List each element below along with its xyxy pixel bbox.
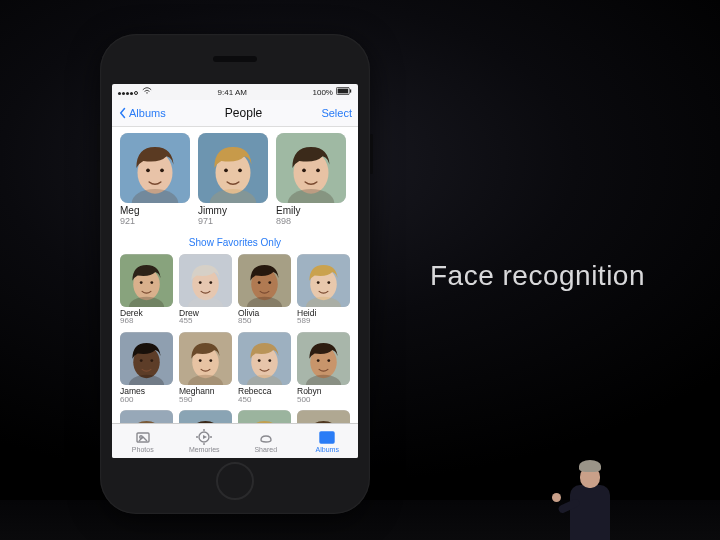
svg-point-5 xyxy=(146,168,150,172)
person-thumbnail xyxy=(238,410,291,423)
person-thumbnail xyxy=(120,332,173,385)
person-cell[interactable]: James 600 xyxy=(120,332,173,404)
svg-point-55 xyxy=(317,359,320,362)
svg-point-20 xyxy=(140,281,143,284)
svg-rect-1 xyxy=(338,89,348,94)
tab-label: Photos xyxy=(132,446,154,453)
person-thumbnail xyxy=(120,254,173,307)
person-count: 500 xyxy=(297,396,350,405)
slide-title: Face recognition xyxy=(430,260,645,292)
person-cell[interactable]: Rebecca 450 xyxy=(238,332,291,404)
person-cell[interactable] xyxy=(179,410,232,423)
back-button[interactable]: Albums xyxy=(118,107,166,119)
person-cell[interactable] xyxy=(120,410,173,423)
show-favorites-link[interactable]: Show Favorites Only xyxy=(120,237,350,248)
people-scroll-view[interactable]: Meg 921 Jimmy 971 Emily 898 Show Favorit… xyxy=(112,127,358,423)
svg-point-40 xyxy=(140,359,143,362)
svg-rect-82 xyxy=(320,432,334,443)
person-thumbnail xyxy=(120,133,190,203)
person-cell[interactable] xyxy=(238,410,291,423)
svg-point-50 xyxy=(258,359,261,362)
tab-bar: Photos Memories Shared Albums xyxy=(112,423,358,458)
svg-point-36 xyxy=(327,281,330,284)
navigation-bar: Albums People Select xyxy=(112,100,358,127)
albums-icon xyxy=(319,429,335,445)
svg-marker-81 xyxy=(203,435,207,439)
select-button[interactable]: Select xyxy=(321,107,352,119)
person-cell[interactable]: Meghann 590 xyxy=(179,332,232,404)
person-count: 850 xyxy=(238,317,291,326)
person-thumbnail xyxy=(297,410,350,423)
person-count: 589 xyxy=(297,317,350,326)
person-count: 971 xyxy=(198,216,268,227)
svg-point-45 xyxy=(199,359,202,362)
tab-label: Memories xyxy=(189,446,220,453)
svg-point-41 xyxy=(150,359,153,362)
svg-point-21 xyxy=(150,281,153,284)
person-name: Jimmy xyxy=(198,206,268,216)
person-count: 898 xyxy=(276,216,346,227)
tab-albums[interactable]: Albums xyxy=(297,429,359,453)
person-thumbnail xyxy=(276,133,346,203)
phone-top xyxy=(100,34,370,84)
favorite-person[interactable]: Jimmy 971 xyxy=(198,133,268,227)
svg-point-51 xyxy=(268,359,271,362)
svg-point-46 xyxy=(209,359,212,362)
home-button[interactable] xyxy=(216,462,254,500)
tab-memories[interactable]: Memories xyxy=(174,429,236,453)
person-count: 450 xyxy=(238,396,291,405)
person-count: 600 xyxy=(120,396,173,405)
svg-point-26 xyxy=(209,281,212,284)
status-time: 9:41 AM xyxy=(218,88,247,97)
person-cell[interactable]: Robyn 500 xyxy=(297,332,350,404)
person-count: 921 xyxy=(120,216,190,227)
photos-icon xyxy=(135,429,151,445)
person-name: Meg xyxy=(120,206,190,216)
svg-point-56 xyxy=(327,359,330,362)
person-thumbnail xyxy=(297,332,350,385)
iphone-device: 9:41 AM 100% Albums People Select xyxy=(100,34,370,514)
person-thumbnail xyxy=(120,410,173,423)
person-cell[interactable]: Olivia 850 xyxy=(238,254,291,326)
tab-photos[interactable]: Photos xyxy=(112,429,174,453)
svg-point-6 xyxy=(160,168,164,172)
svg-point-11 xyxy=(238,168,242,172)
person-thumbnail xyxy=(179,410,232,423)
person-cell[interactable]: Derek 968 xyxy=(120,254,173,326)
favorite-person[interactable]: Meg 921 xyxy=(120,133,190,227)
svg-point-35 xyxy=(317,281,320,284)
people-grid: Derek 968 Drew 455 Olivia 850 Heidi 589 xyxy=(120,254,350,405)
svg-point-15 xyxy=(302,168,306,172)
person-cell[interactable] xyxy=(297,410,350,423)
person-thumbnail xyxy=(179,254,232,307)
svg-point-30 xyxy=(258,281,261,284)
tab-label: Albums xyxy=(316,446,339,453)
signal-strength-icon xyxy=(118,88,139,97)
memories-icon xyxy=(196,429,212,445)
favorite-person[interactable]: Emily 898 xyxy=(276,133,346,227)
svg-point-10 xyxy=(224,168,228,172)
tab-shared[interactable]: Shared xyxy=(235,429,297,453)
battery-percent: 100% xyxy=(313,88,333,97)
svg-point-16 xyxy=(316,168,320,172)
person-cell[interactable]: Heidi 589 xyxy=(297,254,350,326)
person-cell[interactable]: Drew 455 xyxy=(179,254,232,326)
person-count: 968 xyxy=(120,317,173,326)
person-thumbnail xyxy=(238,332,291,385)
person-count: 590 xyxy=(179,396,232,405)
phone-screen: 9:41 AM 100% Albums People Select xyxy=(112,84,358,458)
page-title: People xyxy=(225,106,262,120)
shared-icon xyxy=(258,429,274,445)
person-name: Emily xyxy=(276,206,346,216)
speaker-slot xyxy=(213,56,257,62)
person-count: 455 xyxy=(179,317,232,326)
people-grid-partial xyxy=(120,410,350,423)
status-bar: 9:41 AM 100% xyxy=(112,84,358,100)
tab-label: Shared xyxy=(254,446,277,453)
chevron-left-icon xyxy=(118,107,128,119)
back-label: Albums xyxy=(129,107,166,119)
wifi-icon xyxy=(142,87,152,97)
svg-point-31 xyxy=(268,281,271,284)
person-thumbnail xyxy=(198,133,268,203)
battery-icon xyxy=(336,87,352,97)
